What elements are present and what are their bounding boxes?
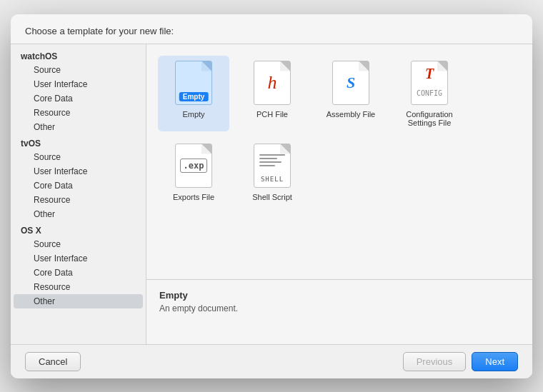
empty-badge: Empty <box>179 92 209 101</box>
template-label-exports: Exports File <box>173 193 214 201</box>
navigation-buttons: Previous Next <box>403 352 518 371</box>
pch-text: h <box>268 74 277 92</box>
template-label-empty: Empty <box>182 110 204 119</box>
shell-file-graphic: SHELL <box>254 144 291 188</box>
dialog-footer: Cancel Previous Next <box>11 344 532 378</box>
sidebar-section-watchos: watchOS <box>11 47 146 63</box>
sidebar-item-watchos-coredata[interactable]: Core Data <box>14 91 143 106</box>
sidebar-item-tvos-resource[interactable]: Resource <box>14 193 143 207</box>
config-text: CONFIG <box>412 89 447 97</box>
dialog-title: Choose a template for your new file: <box>25 26 174 36</box>
sidebar-item-osx-coredata[interactable]: Core Data <box>14 266 143 280</box>
template-label-config: Configuration Settings File <box>398 110 461 127</box>
template-label-pch: PCH File <box>256 110 288 119</box>
shell-line-1 <box>259 154 285 156</box>
exports-file-graphic: .exp <box>175 144 212 188</box>
sidebar-item-tvos-source[interactable]: Source <box>14 150 143 164</box>
sidebar-item-watchos-other[interactable]: Other <box>14 120 143 134</box>
sidebar-item-tvos-other[interactable]: Other <box>14 207 143 221</box>
template-item-config[interactable]: T CONFIG Configuration Settings File <box>394 56 465 131</box>
exports-badge: .exp <box>180 159 208 173</box>
pch-template-icon: h <box>249 60 295 106</box>
description-text: An empty document. <box>159 303 519 313</box>
sidebar-item-tvos-coredata[interactable]: Core Data <box>14 179 143 193</box>
template-chooser-dialog: Choose a template for your new file: wat… <box>11 14 532 378</box>
previous-button[interactable]: Previous <box>403 352 467 371</box>
dialog-header: Choose a template for your new file: <box>11 14 532 44</box>
shell-template-icon: SHELL <box>249 143 295 189</box>
next-button[interactable]: Next <box>472 352 518 371</box>
description-area: Empty An empty document. <box>146 280 532 344</box>
sidebar-item-osx-other[interactable]: Other <box>14 294 143 308</box>
sidebar-item-osx-ui[interactable]: User Interface <box>14 251 143 266</box>
template-item-exports[interactable]: .exp Exports File <box>158 139 229 206</box>
cancel-button[interactable]: Cancel <box>25 352 81 371</box>
template-item-assembly[interactable]: S Assembly File <box>315 56 387 131</box>
template-item-pch[interactable]: h PCH File <box>236 56 308 131</box>
shell-line-2 <box>259 158 277 159</box>
template-label-assembly: Assembly File <box>327 110 375 119</box>
template-item-empty[interactable]: Empty Empty <box>158 56 229 131</box>
shell-line-3 <box>259 161 282 163</box>
assembly-file-graphic: S <box>332 61 369 105</box>
empty-file-graphic: Empty <box>175 61 212 105</box>
config-t-text: T <box>425 66 434 82</box>
sidebar-item-osx-source[interactable]: Source <box>14 237 143 251</box>
template-item-shell[interactable]: SHELL Shell Script <box>236 139 308 206</box>
sidebar: watchOS Source User Interface Core Data … <box>11 44 146 344</box>
assembly-template-icon: S <box>328 60 374 106</box>
description-title: Empty <box>159 290 519 301</box>
config-template-icon: T CONFIG <box>407 60 452 106</box>
sidebar-item-watchos-ui[interactable]: User Interface <box>14 77 143 91</box>
empty-template-icon: Empty <box>171 60 216 106</box>
shell-badge: SHELL <box>254 176 290 183</box>
shell-line-4 <box>259 165 275 166</box>
sidebar-item-watchos-source[interactable]: Source <box>14 63 143 77</box>
asm-text: S <box>347 74 355 92</box>
sidebar-section-tvos: tvOS <box>11 134 146 150</box>
dialog-body: watchOS Source User Interface Core Data … <box>11 44 532 344</box>
sidebar-item-watchos-resource[interactable]: Resource <box>14 106 143 120</box>
template-grid: Empty Empty h PCH File <box>146 44 532 280</box>
sidebar-item-tvos-ui[interactable]: User Interface <box>14 164 143 179</box>
content-area: Empty Empty h PCH File <box>146 44 532 344</box>
pch-file-graphic: h <box>254 61 291 105</box>
exports-template-icon: .exp <box>171 143 216 189</box>
config-file-graphic: T CONFIG <box>411 61 448 105</box>
sidebar-section-osx: OS X <box>11 221 146 237</box>
template-label-shell: Shell Script <box>252 193 292 201</box>
sidebar-item-osx-resource[interactable]: Resource <box>14 280 143 294</box>
shell-lines <box>259 154 285 169</box>
